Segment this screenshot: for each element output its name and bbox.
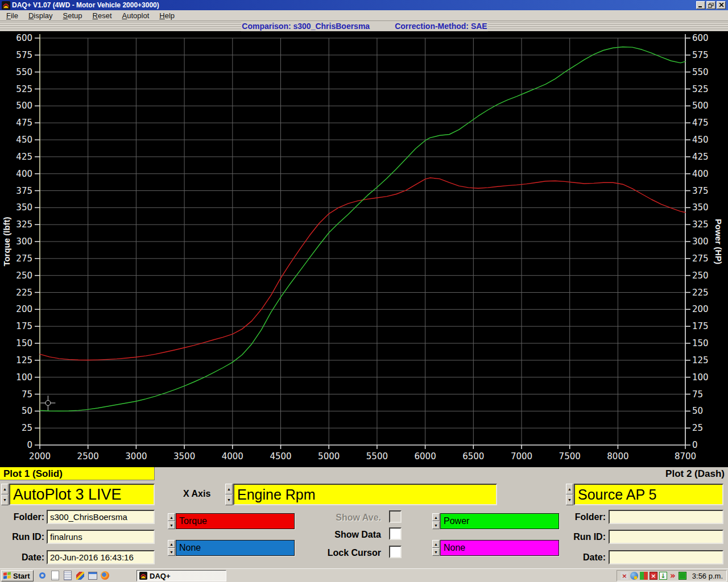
x-axis-spinner[interactable]: ▲▼ xyxy=(225,484,233,505)
svg-text:575: 575 xyxy=(16,50,32,60)
restore-button[interactable] xyxy=(706,1,715,9)
daq-task-label: DAQ+ xyxy=(150,572,170,580)
svg-text:600: 600 xyxy=(692,33,709,43)
svg-text:75: 75 xyxy=(692,389,703,400)
plot1-source-field[interactable]: AutoPlot 3 LIVE xyxy=(9,484,155,505)
plot1-folder-field[interactable]: s300_ChrisBoersma xyxy=(47,510,155,524)
system-tray: × × ↓ » 3:56 p.m. xyxy=(617,570,727,581)
svg-text:600: 600 xyxy=(16,33,32,43)
svg-text:3000: 3000 xyxy=(125,451,147,462)
svg-text:325: 325 xyxy=(692,219,709,230)
app-icon xyxy=(2,1,10,10)
svg-text:5000: 5000 xyxy=(318,451,340,462)
plot1-date-field[interactable]: 20-Jun-2016 16:43:16 xyxy=(47,550,155,564)
plot1-channel1-field[interactable]: Torque xyxy=(176,513,295,529)
dyno-chart[interactable]: 0025255050757510010012512515015017517520… xyxy=(0,31,728,467)
menu-file[interactable]: File xyxy=(2,11,22,20)
svg-text:425: 425 xyxy=(692,152,709,162)
svg-text:525: 525 xyxy=(16,84,32,94)
plot1-source-spinner[interactable]: ▲▼ xyxy=(1,484,9,505)
plot2-source-field[interactable]: Source AP 5 xyxy=(574,484,723,505)
plot2-folder-field[interactable] xyxy=(609,510,723,524)
plot1-channel2-field[interactable]: None xyxy=(176,540,295,556)
messenger-icon[interactable] xyxy=(640,572,648,580)
minimize-button[interactable] xyxy=(696,1,705,9)
svg-text:500: 500 xyxy=(692,101,709,111)
svg-text:225: 225 xyxy=(692,288,709,298)
network-icon[interactable] xyxy=(679,572,686,580)
svg-text:375: 375 xyxy=(16,186,32,196)
show-ave-checkbox xyxy=(389,510,402,523)
svg-text:350: 350 xyxy=(16,202,32,213)
plot2-date-field[interactable] xyxy=(609,550,723,564)
internet-explorer-icon[interactable] xyxy=(38,571,47,580)
chart-area: 0025255050757510010012512515015017517520… xyxy=(0,31,728,467)
x-axis-field[interactable]: Engine Rpm xyxy=(233,484,497,505)
svg-text:2000: 2000 xyxy=(29,451,51,462)
plot1-header: Plot 1 (Solid) xyxy=(0,467,155,480)
app-window-icon[interactable] xyxy=(88,571,97,580)
show-data-checkbox[interactable] xyxy=(389,527,402,540)
svg-text:8000: 8000 xyxy=(607,451,628,462)
svg-text:300: 300 xyxy=(16,236,32,247)
svg-text:7500: 7500 xyxy=(559,451,581,462)
svg-text:Torque (lbft): Torque (lbft) xyxy=(2,217,11,266)
security-alert-icon[interactable]: × xyxy=(650,572,657,580)
svg-text:100: 100 xyxy=(692,372,709,383)
pens-icon[interactable] xyxy=(75,571,85,580)
svg-text:150: 150 xyxy=(692,338,709,348)
comparison-panel: Comparison: s300_ChrisBoersma Correction… xyxy=(241,21,488,31)
svg-text:550: 550 xyxy=(692,67,709,77)
journal-icon[interactable] xyxy=(63,571,72,580)
plot2-channel1-field[interactable]: Power xyxy=(440,513,559,529)
comparison-label: Comparison: s300_ChrisBoersma xyxy=(242,22,370,31)
svg-text:400: 400 xyxy=(16,169,32,179)
plot2-channel1-spinner[interactable]: ▲▼ xyxy=(432,513,440,529)
svg-text:550: 550 xyxy=(16,67,32,77)
svg-text:450: 450 xyxy=(16,135,32,145)
svg-text:Power (HP): Power (HP) xyxy=(714,219,723,264)
menu-display[interactable]: Display xyxy=(24,11,57,20)
firefox-icon[interactable] xyxy=(100,571,110,580)
mail-document-icon[interactable] xyxy=(50,571,60,580)
svg-text:400: 400 xyxy=(692,169,709,179)
plot1-channel2-spinner[interactable]: ▲▼ xyxy=(168,540,175,556)
svg-text:125: 125 xyxy=(16,355,32,365)
fast-forward-icon[interactable]: » xyxy=(669,572,677,580)
menu-autoplot[interactable]: Autoplot xyxy=(118,11,154,20)
svg-text:8700: 8700 xyxy=(675,451,696,462)
device-error-icon[interactable]: × xyxy=(621,572,628,580)
menu-help[interactable]: Help xyxy=(155,11,179,20)
lock-cursor-label: Lock Cursor xyxy=(307,548,381,558)
correction-method-label: Correction-Method: SAE xyxy=(395,22,487,31)
svg-text:50: 50 xyxy=(692,406,703,416)
plot2-channel2-spinner[interactable]: ▲▼ xyxy=(432,540,440,556)
svg-text:100: 100 xyxy=(16,372,32,383)
svg-text:200: 200 xyxy=(692,304,709,314)
update-icon[interactable]: ↓ xyxy=(659,572,667,580)
close-button[interactable] xyxy=(717,1,726,9)
globe-warning-icon[interactable] xyxy=(630,572,638,580)
svg-text:475: 475 xyxy=(692,118,709,128)
svg-text:0: 0 xyxy=(692,440,698,450)
clock: 3:56 p.m. xyxy=(692,572,723,580)
plot1-channel1-spinner[interactable]: ▲▼ xyxy=(168,513,175,529)
daq-task-button[interactable]: DAQ+ xyxy=(136,570,226,581)
svg-text:275: 275 xyxy=(692,253,709,264)
menu-reset[interactable]: Reset xyxy=(89,11,116,20)
x-axis-label: X Axis xyxy=(183,489,210,499)
svg-text:25: 25 xyxy=(22,423,32,433)
daq-task-icon xyxy=(139,572,147,580)
plot1-runid-field[interactable]: finalruns xyxy=(47,530,155,544)
lock-cursor-checkbox[interactable] xyxy=(389,546,402,558)
menu-setup[interactable]: Setup xyxy=(59,11,86,20)
plot2-channel2-field[interactable]: None xyxy=(440,540,559,556)
plot1-folder-label: Folder: xyxy=(0,512,44,522)
plot2-runid-field[interactable] xyxy=(609,530,723,544)
svg-text:225: 225 xyxy=(16,288,32,298)
start-button[interactable]: Start xyxy=(1,570,34,581)
plot2-source-spinner[interactable]: ▲▼ xyxy=(566,484,573,505)
svg-text:575: 575 xyxy=(692,50,709,60)
show-ave-label: Show Ave. xyxy=(307,513,381,523)
show-data-label: Show Data xyxy=(307,530,381,540)
